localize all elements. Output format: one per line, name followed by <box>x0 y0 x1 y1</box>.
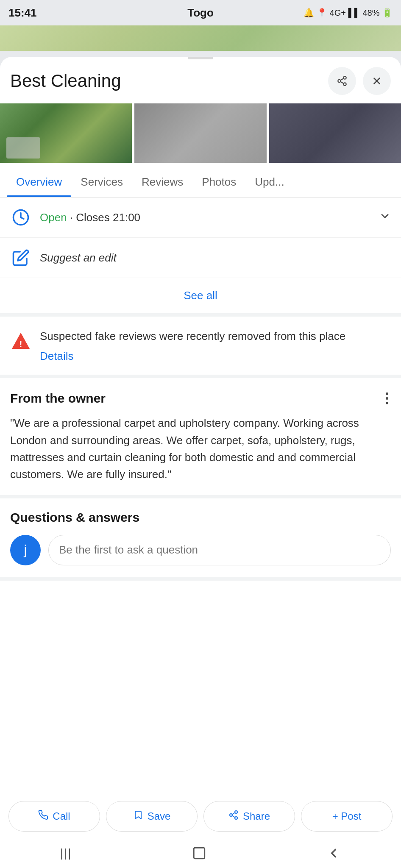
warning-text: Suspected fake reviews were recently rem… <box>40 328 391 344</box>
tab-overview[interactable]: Overview <box>7 167 71 197</box>
hours-row[interactable]: Open · Closes 21:00 <box>0 198 401 238</box>
status-icons: 🔔 📍 4G+ ▌▌ 48% 🔋 <box>304 8 393 18</box>
qa-title: Questions & answers <box>10 510 391 525</box>
tab-reviews[interactable]: Reviews <box>132 167 192 197</box>
svg-line-4 <box>340 78 343 80</box>
dot-3 <box>386 402 388 404</box>
dot-1 <box>386 392 388 395</box>
svg-line-14 <box>232 812 235 814</box>
owner-section: From the owner "We are a professional ca… <box>0 378 401 498</box>
warning-banner: ! Suspected fake reviews were recently r… <box>0 317 401 378</box>
owner-section-title: From the owner <box>10 391 106 406</box>
bottom-sheet: Best Cleaning Overview Services <box>0 57 401 862</box>
hours-content: Open · Closes 21:00 <box>40 211 375 224</box>
owner-header: From the owner <box>10 390 391 407</box>
sheet-header: Best Cleaning <box>0 59 401 99</box>
closes-time: · Closes 21:00 <box>70 211 140 224</box>
warning-triangle-icon: ! <box>10 330 31 351</box>
bookmark-icon <box>133 810 143 823</box>
place-title: Best Cleaning <box>10 71 328 91</box>
chevron-down-icon <box>379 210 391 222</box>
photo-2[interactable] <box>134 103 266 163</box>
svg-text:!: ! <box>19 339 22 349</box>
photo-1[interactable] <box>0 103 132 163</box>
tab-services[interactable]: Services <box>71 167 132 197</box>
user-avatar: j <box>10 535 41 565</box>
svg-line-3 <box>340 82 343 83</box>
bottom-spacer <box>0 581 401 665</box>
nav-home-button[interactable] <box>192 846 206 860</box>
call-button[interactable]: Call <box>8 801 100 832</box>
dot-2 <box>386 397 388 400</box>
photos-row[interactable] <box>0 99 401 167</box>
share-button[interactable] <box>328 67 356 95</box>
share-action-icon <box>228 810 239 823</box>
tab-updates[interactable]: Upd... <box>245 167 293 197</box>
status-time: 15:41 <box>8 6 37 19</box>
suggest-edit-text: Suggest an edit <box>40 251 391 264</box>
nav-back-icon <box>326 846 341 860</box>
owner-description: "We are a professional carpet and uphols… <box>10 415 391 483</box>
post-button[interactable]: + Post <box>301 801 393 832</box>
nav-home-icon <box>192 846 206 860</box>
close-button[interactable] <box>363 67 391 95</box>
photo-3[interactable] <box>269 103 401 163</box>
battery-icon: 🔔 📍 4G+ ▌▌ 48% 🔋 <box>304 8 393 18</box>
call-label: Call <box>53 810 70 822</box>
svg-rect-15 <box>194 848 205 859</box>
open-status: Open <box>40 211 67 224</box>
hours-expand-button[interactable] <box>379 210 391 225</box>
share-label: Share <box>243 810 270 822</box>
status-bar: 15:41 Togo 🔔 📍 4G+ ▌▌ 48% 🔋 <box>0 0 401 25</box>
see-all-button[interactable]: See all <box>184 289 217 302</box>
warning-content: Suspected fake reviews were recently rem… <box>40 328 391 363</box>
tab-photos[interactable]: Photos <box>192 167 245 197</box>
nav-bar: ||| <box>0 838 401 868</box>
nav-menu-icon: ||| <box>60 846 72 860</box>
qa-section: Questions & answers j <box>0 498 401 581</box>
share-icon <box>337 75 348 86</box>
ask-question-input[interactable] <box>48 535 391 565</box>
nav-back-button[interactable] <box>326 846 341 860</box>
tabs: Overview Services Reviews Photos Upd... <box>0 167 401 198</box>
phone-icon <box>38 810 48 823</box>
carrier-name: Togo <box>187 6 214 19</box>
qa-input-row: j <box>10 535 391 565</box>
save-button[interactable]: Save <box>106 801 198 832</box>
pencil-icon <box>10 247 31 268</box>
suggest-edit-row[interactable]: Suggest an edit <box>0 238 401 278</box>
share-action-button[interactable]: Share <box>203 801 295 832</box>
clock-icon <box>10 207 31 228</box>
details-button[interactable]: Details <box>40 350 73 363</box>
save-label: Save <box>148 810 171 822</box>
nav-menu-button[interactable]: ||| <box>60 846 72 860</box>
post-label: + Post <box>332 810 362 822</box>
map-background <box>0 25 401 51</box>
see-all-row: See all <box>0 278 401 317</box>
close-icon <box>371 75 382 86</box>
header-buttons <box>328 67 391 95</box>
action-bar: Call Save Share + Post <box>0 794 401 838</box>
more-options-button[interactable] <box>383 390 391 407</box>
svg-line-13 <box>232 815 235 817</box>
